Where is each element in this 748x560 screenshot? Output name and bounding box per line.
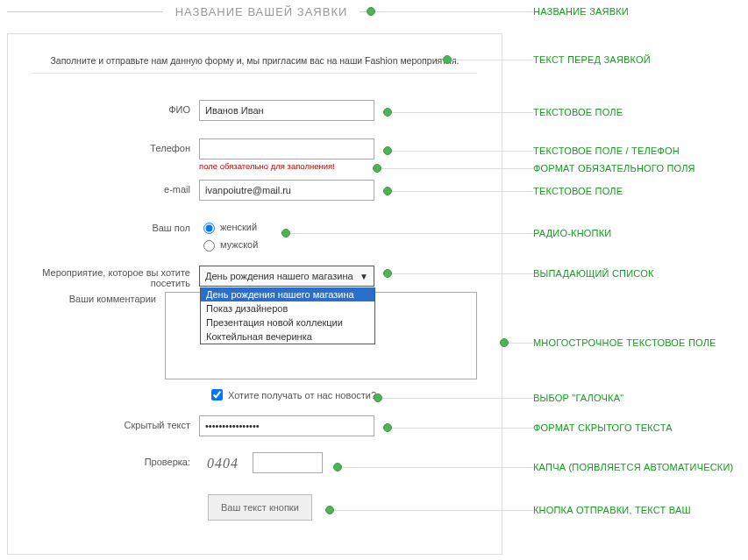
annotation-dot	[443, 55, 452, 64]
annotation-dot	[383, 269, 392, 278]
annotation-dot	[281, 229, 290, 237]
annotation-dot	[383, 108, 392, 117]
label-captcha: Проверка:	[32, 452, 199, 467]
select-option[interactable]: День рождения нашего магазина	[201, 287, 374, 301]
input-captcha[interactable]	[253, 452, 323, 473]
annotation-phone: ТЕКСТОВОЕ ПОЛЕ / ТЕЛЕФОН	[533, 145, 680, 156]
label-event: Мероприятие, которое вы хотите посетить	[32, 266, 199, 288]
annotation-gender: РАДИО-КНОПКИ	[533, 228, 611, 238]
annotation-dot	[383, 146, 392, 155]
annotation-dot	[383, 187, 392, 195]
label-email: e-mail	[32, 180, 199, 195]
captcha-image: 0404	[199, 452, 246, 475]
annotation-phone-err: ФОРМАТ ОБЯЗАТЕЛЬНОГО ПОЛЯ	[533, 163, 695, 174]
annotation-comments: МНОГОСТРОЧНОЕ ТЕКСТОВОЕ ПОЛЕ	[533, 337, 716, 348]
label-comments: Ваши комментарии	[32, 292, 165, 304]
input-fio[interactable]	[199, 100, 374, 121]
select-option[interactable]: Коктейльная вечеринка	[201, 330, 374, 344]
annotation-email: ТЕКСТОВОЕ ПОЛЕ	[533, 186, 623, 196]
annotation-fio: ТЕКСТОВОЕ ПОЛЕ	[533, 107, 623, 117]
annotation-dot	[333, 463, 342, 471]
checkbox-news-label: Хотите получать от нас новости?	[228, 390, 376, 401]
radio-gender-male[interactable]	[203, 240, 215, 252]
annotation-header: НАЗВАНИЕ ЗАЯВКИ	[533, 6, 629, 17]
label-phone: Телефон	[32, 138, 199, 153]
select-option[interactable]: Показ дизайнеров	[201, 301, 374, 315]
annotation-news: ВЫБОР "ГАЛОЧКА"	[533, 393, 623, 403]
radio-gender-female[interactable]	[203, 223, 215, 234]
select-option[interactable]: Презентация новой коллекции	[201, 315, 374, 330]
chevron-down-icon: ▼	[360, 272, 368, 281]
annotation-hidden: ФОРМАТ СКРЫТОГО ТЕКСТА	[533, 422, 673, 433]
annotation-dot	[367, 7, 375, 16]
checkbox-news[interactable]	[211, 389, 223, 401]
error-phone: поле обязательно для заполнения!	[199, 161, 374, 171]
select-event-dropdown: День рождения нашего магазина Показ диза…	[200, 287, 375, 344]
annotation-dot	[383, 423, 392, 432]
radio-label-female: женский	[220, 222, 257, 232]
annotation-event: ВЫПАДАЮЩИЙ СПИСОК	[533, 268, 654, 279]
intro-text: Заполните и отправьте нам данную форму и…	[32, 55, 477, 66]
annotation-intro: ТЕКСТ ПЕРЕД ЗАЯВКОЙ	[533, 54, 651, 65]
annotation-dot	[325, 506, 334, 514]
annotation-dot	[500, 338, 509, 347]
label-hidden: Скрытый текст	[32, 415, 199, 430]
input-hidden[interactable]	[199, 415, 374, 436]
annotation-submit: КНОПКА ОТПРАВКИ, ТЕКСТ ВАШ	[533, 505, 691, 515]
submit-button[interactable]: Ваш текст кнопки	[208, 494, 312, 521]
annotation-captcha: КАПЧА (ПОЯВЛЯЕТСЯ АВТОМАТИЧЕСКИ)	[533, 462, 733, 472]
select-event-value: День рождения нашего магазина	[205, 271, 353, 281]
label-gender: Ваш пол	[32, 218, 199, 233]
input-email[interactable]	[199, 180, 374, 201]
radio-label-male: мужской	[220, 239, 258, 250]
input-phone[interactable]	[199, 138, 374, 159]
select-event[interactable]: День рождения нашего магазина ▼ День рож…	[199, 266, 374, 287]
form-title: НАЗВАНИЕ ВАШЕЙ ЗАЯВКИ	[163, 5, 360, 18]
annotation-dot	[374, 393, 382, 402]
label-fio: ФИО	[32, 100, 199, 115]
annotation-dot	[373, 164, 381, 173]
